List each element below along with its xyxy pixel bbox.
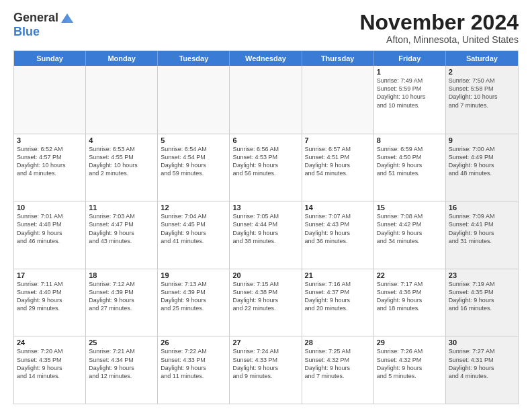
day-cell-2-3: 13Sunrise: 7:05 AM Sunset: 4:44 PM Dayli… — [230, 201, 302, 269]
day-number: 19 — [161, 271, 226, 279]
day-number: 13 — [232, 203, 298, 212]
day-number: 11 — [89, 203, 154, 212]
day-info: Sunrise: 6:56 AM Sunset: 4:53 PM Dayligh… — [232, 145, 298, 178]
day-info: Sunrise: 7:27 AM Sunset: 4:31 PM Dayligh… — [449, 347, 515, 380]
day-cell-4-1: 25Sunrise: 7:21 AM Sunset: 4:34 PM Dayli… — [86, 336, 158, 404]
day-cell-3-4: 21Sunrise: 7:16 AM Sunset: 4:37 PM Dayli… — [302, 269, 374, 336]
day-info: Sunrise: 7:13 AM Sunset: 4:39 PM Dayligh… — [161, 280, 226, 313]
day-info: Sunrise: 7:04 AM Sunset: 4:45 PM Dayligh… — [161, 212, 226, 245]
day-info: Sunrise: 7:12 AM Sunset: 4:39 PM Dayligh… — [89, 280, 154, 313]
day-info: Sunrise: 7:11 AM Sunset: 4:40 PM Dayligh… — [17, 280, 83, 313]
day-cell-1-3: 6Sunrise: 6:56 AM Sunset: 4:53 PM Daylig… — [230, 134, 302, 201]
day-info: Sunrise: 6:53 AM Sunset: 4:55 PM Dayligh… — [89, 145, 154, 178]
day-number: 27 — [232, 338, 298, 347]
day-info: Sunrise: 7:07 AM Sunset: 4:43 PM Dayligh… — [305, 212, 371, 245]
day-number: 6 — [232, 136, 298, 144]
day-cell-4-4: 28Sunrise: 7:25 AM Sunset: 4:32 PM Dayli… — [302, 336, 374, 404]
day-info: Sunrise: 7:25 AM Sunset: 4:32 PM Dayligh… — [305, 347, 371, 380]
day-number: 26 — [161, 338, 226, 347]
day-number: 8 — [377, 136, 443, 144]
day-cell-0-5: 1Sunrise: 7:49 AM Sunset: 5:59 PM Daylig… — [374, 66, 446, 134]
header-wednesday: Wednesday — [230, 51, 302, 66]
day-cell-1-0: 3Sunrise: 6:52 AM Sunset: 4:57 PM Daylig… — [14, 134, 86, 201]
day-number: 5 — [161, 136, 226, 144]
day-cell-3-6: 23Sunrise: 7:19 AM Sunset: 4:35 PM Dayli… — [446, 269, 518, 336]
month-title: November 2024 — [359, 11, 519, 34]
day-number: 3 — [17, 136, 83, 144]
day-cell-4-0: 24Sunrise: 7:20 AM Sunset: 4:35 PM Dayli… — [14, 336, 86, 404]
day-info: Sunrise: 7:16 AM Sunset: 4:37 PM Dayligh… — [305, 280, 371, 313]
day-info: Sunrise: 7:08 AM Sunset: 4:42 PM Dayligh… — [377, 212, 443, 245]
day-info: Sunrise: 7:26 AM Sunset: 4:32 PM Dayligh… — [377, 347, 443, 380]
day-info: Sunrise: 7:09 AM Sunset: 4:41 PM Dayligh… — [449, 212, 515, 245]
day-cell-2-5: 15Sunrise: 7:08 AM Sunset: 4:42 PM Dayli… — [374, 201, 446, 269]
day-info: Sunrise: 7:19 AM Sunset: 4:35 PM Dayligh… — [449, 280, 515, 313]
day-cell-3-3: 20Sunrise: 7:15 AM Sunset: 4:38 PM Dayli… — [230, 269, 302, 336]
week-row-4: 17Sunrise: 7:11 AM Sunset: 4:40 PM Dayli… — [14, 269, 518, 336]
day-info: Sunrise: 7:01 AM Sunset: 4:48 PM Dayligh… — [17, 212, 83, 245]
day-cell-4-3: 27Sunrise: 7:24 AM Sunset: 4:33 PM Dayli… — [230, 336, 302, 404]
logo: General Blue — [13, 11, 75, 39]
week-row-5: 24Sunrise: 7:20 AM Sunset: 4:35 PM Dayli… — [14, 336, 518, 404]
logo-icon — [60, 12, 75, 24]
day-cell-2-1: 11Sunrise: 7:03 AM Sunset: 4:47 PM Dayli… — [86, 201, 158, 269]
day-number: 15 — [377, 203, 443, 212]
day-number: 28 — [305, 338, 371, 347]
calendar-header: Sunday Monday Tuesday Wednesday Thursday… — [14, 51, 518, 66]
day-number: 17 — [17, 271, 83, 279]
day-number: 14 — [305, 203, 371, 212]
day-cell-2-0: 10Sunrise: 7:01 AM Sunset: 4:48 PM Dayli… — [14, 201, 86, 269]
day-info: Sunrise: 6:54 AM Sunset: 4:54 PM Dayligh… — [161, 145, 226, 178]
day-number: 30 — [449, 338, 515, 347]
header-thursday: Thursday — [302, 51, 374, 66]
day-number: 21 — [305, 271, 371, 279]
day-cell-3-1: 18Sunrise: 7:12 AM Sunset: 4:39 PM Dayli… — [86, 269, 158, 336]
day-number: 23 — [449, 271, 515, 279]
logo-general-text: General — [13, 11, 58, 25]
day-cell-1-6: 9Sunrise: 7:00 AM Sunset: 4:49 PM Daylig… — [446, 134, 518, 201]
day-cell-2-2: 12Sunrise: 7:04 AM Sunset: 4:45 PM Dayli… — [158, 201, 230, 269]
day-cell-0-1 — [86, 66, 158, 134]
day-cell-4-6: 30Sunrise: 7:27 AM Sunset: 4:31 PM Dayli… — [446, 336, 518, 404]
header-monday: Monday — [86, 51, 158, 66]
day-info: Sunrise: 7:24 AM Sunset: 4:33 PM Dayligh… — [232, 347, 298, 380]
day-number: 10 — [17, 203, 83, 212]
header-tuesday: Tuesday — [158, 51, 230, 66]
day-info: Sunrise: 7:21 AM Sunset: 4:34 PM Dayligh… — [89, 347, 154, 380]
day-cell-0-6: 2Sunrise: 7:50 AM Sunset: 5:58 PM Daylig… — [446, 66, 518, 134]
logo-blue-text: Blue — [13, 25, 40, 39]
day-cell-0-2 — [158, 66, 230, 134]
day-number: 1 — [377, 68, 443, 76]
week-row-1: 1Sunrise: 7:49 AM Sunset: 5:59 PM Daylig… — [14, 66, 518, 134]
day-cell-3-2: 19Sunrise: 7:13 AM Sunset: 4:39 PM Dayli… — [158, 269, 230, 336]
day-cell-4-5: 29Sunrise: 7:26 AM Sunset: 4:32 PM Dayli… — [374, 336, 446, 404]
day-info: Sunrise: 6:52 AM Sunset: 4:57 PM Dayligh… — [17, 145, 83, 178]
calendar-body: 1Sunrise: 7:49 AM Sunset: 5:59 PM Daylig… — [14, 66, 518, 404]
day-info: Sunrise: 7:05 AM Sunset: 4:44 PM Dayligh… — [232, 212, 298, 245]
day-info: Sunrise: 7:20 AM Sunset: 4:35 PM Dayligh… — [17, 347, 83, 380]
day-number: 18 — [89, 271, 154, 279]
day-cell-3-0: 17Sunrise: 7:11 AM Sunset: 4:40 PM Dayli… — [14, 269, 86, 336]
day-info: Sunrise: 7:15 AM Sunset: 4:38 PM Dayligh… — [232, 280, 298, 313]
day-info: Sunrise: 7:17 AM Sunset: 4:36 PM Dayligh… — [377, 280, 443, 313]
day-info: Sunrise: 7:49 AM Sunset: 5:59 PM Dayligh… — [377, 77, 443, 109]
day-info: Sunrise: 6:59 AM Sunset: 4:50 PM Dayligh… — [377, 145, 443, 178]
day-number: 22 — [377, 271, 443, 279]
day-info: Sunrise: 7:22 AM Sunset: 4:33 PM Dayligh… — [161, 347, 226, 380]
day-cell-1-2: 5Sunrise: 6:54 AM Sunset: 4:54 PM Daylig… — [158, 134, 230, 201]
day-number: 24 — [17, 338, 83, 347]
day-cell-0-3 — [230, 66, 302, 134]
day-number: 9 — [449, 136, 515, 144]
day-cell-0-4 — [302, 66, 374, 134]
header-friday: Friday — [374, 51, 446, 66]
day-number: 4 — [89, 136, 154, 144]
day-cell-1-5: 8Sunrise: 6:59 AM Sunset: 4:50 PM Daylig… — [374, 134, 446, 201]
week-row-2: 3Sunrise: 6:52 AM Sunset: 4:57 PM Daylig… — [14, 134, 518, 201]
page: General Blue November 2024 Afton, Minnes… — [0, 0, 532, 411]
day-cell-1-1: 4Sunrise: 6:53 AM Sunset: 4:55 PM Daylig… — [86, 134, 158, 201]
day-cell-1-4: 7Sunrise: 6:57 AM Sunset: 4:51 PM Daylig… — [302, 134, 374, 201]
day-number: 20 — [232, 271, 298, 279]
day-info: Sunrise: 7:03 AM Sunset: 4:47 PM Dayligh… — [89, 212, 154, 245]
location: Afton, Minnesota, United States — [359, 34, 519, 45]
title-block: November 2024 Afton, Minnesota, United S… — [359, 11, 519, 45]
